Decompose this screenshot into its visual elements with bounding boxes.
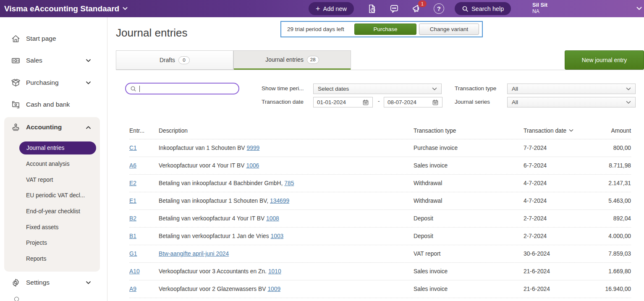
sidebar-item-end-of-year-checklist[interactable]: End-of-year checklist — [26, 207, 80, 216]
row-description: Verkoopfactuur voor 3 Accountants en Zn.… — [159, 268, 414, 275]
sidebar-item-cash-and-bank[interactable]: Cash and bank — [0, 99, 107, 110]
search-help-button[interactable]: Search help — [455, 2, 511, 15]
plus-icon: + — [316, 5, 320, 13]
search-input-wrapper — [125, 83, 239, 94]
add-new-button[interactable]: + Add new — [309, 2, 354, 15]
user-name: Sil Sit — [532, 2, 547, 8]
time-period-select[interactable]: Select dates — [313, 84, 442, 94]
description-link[interactable]: 134699 — [270, 198, 289, 204]
transaction-date-cell: 4-7-2024 — [524, 198, 591, 204]
transaction-date-cell: 2-7-2024 — [524, 233, 591, 239]
sidebar-item-settings[interactable]: Settings — [0, 277, 107, 288]
table-row[interactable]: E1 Betaling van inkoopfactuur 1 Schouten… — [129, 192, 631, 210]
transaction-date-cell: 7-7-2024 — [524, 145, 591, 151]
transaction-date-cell: 30-6-2024 — [524, 251, 591, 257]
chat-icon[interactable] — [389, 3, 400, 14]
entry-id-link[interactable]: C1 — [129, 145, 137, 151]
sidebar-item-fixed-assets[interactable]: Fixed assets — [26, 222, 58, 232]
row-description: Betaling van inkoopfactuur 4 Bachbinder … — [159, 180, 414, 186]
search-help-label: Search help — [471, 5, 504, 12]
transaction-type-select[interactable]: All — [507, 84, 636, 94]
transaction-type-cell: Deposit — [414, 233, 524, 239]
chevron-down-icon — [626, 87, 631, 91]
sidebar-item-start-page[interactable]: Start page — [0, 33, 107, 44]
amount-cell: 16.940,00 — [591, 286, 631, 292]
description-link[interactable]: 1006 — [246, 162, 259, 169]
app-title-menu[interactable]: Visma eAccounting Standaard — [4, 0, 128, 17]
transaction-date-cell: 2-7-2024 — [524, 215, 591, 222]
table-row[interactable]: A6 Verkoopfactuur voor 4 Your IT BV1006 … — [129, 157, 631, 175]
amount-cell: 892,04 — [591, 215, 631, 222]
sidebar-item-account-analysis[interactable]: Account analysis — [26, 159, 70, 168]
header-transaction-date[interactable]: Transaction date — [524, 128, 591, 134]
sidebar-item-eu-periodic-vat[interactable]: EU periodic VAT decl... — [26, 191, 85, 200]
new-journal-entry-button[interactable]: New journal entry — [565, 50, 644, 70]
banknote-icon — [11, 56, 21, 65]
transaction-date-cell: 21-6-2024 — [524, 286, 591, 292]
entry-id-link[interactable]: B2 — [129, 215, 136, 222]
table-row[interactable]: E2 Betaling van inkoopfactuur 4 Bachbind… — [129, 175, 631, 192]
description-link[interactable]: Btw-aangifte april-juni 2024 — [159, 251, 229, 257]
entry-id-link[interactable]: E2 — [129, 180, 136, 186]
search-icon — [130, 86, 136, 92]
sidebar-item-purchasing[interactable]: Purchasing — [0, 77, 107, 88]
sidebar-item-journal-entries[interactable]: Journal entries — [19, 141, 96, 154]
trial-banner: 29 trial period days left Purchase Chang… — [280, 21, 483, 37]
amount-cell: 2.147,31 — [591, 180, 631, 186]
tab-journal-entries[interactable]: Journal entries 28 — [233, 50, 351, 70]
text-cursor — [139, 86, 140, 92]
help-icon[interactable]: ? — [433, 3, 445, 14]
description-link[interactable]: 785 — [284, 180, 294, 186]
description-link[interactable]: 1010 — [268, 268, 281, 275]
entry-id-link[interactable]: B1 — [129, 233, 136, 239]
table-row[interactable]: G1 Btw-aangifte april-juni 2024 VAT repo… — [129, 245, 631, 263]
header-transaction-type: Transaction type — [414, 128, 524, 134]
transaction-type-cell: Deposit — [414, 215, 524, 222]
table-row[interactable]: C1 Inkoopfactuur van 1 Schouten BV9999 P… — [129, 139, 631, 157]
calendar-icon[interactable] — [432, 99, 439, 106]
sidebar-item-vat-report[interactable]: VAT report — [26, 175, 53, 184]
description-link[interactable]: 1003 — [271, 233, 284, 239]
entry-id-link[interactable]: E1 — [129, 198, 136, 204]
stamp-icon — [11, 123, 21, 132]
table-row[interactable]: B1 Betaling van verkoopfactuur 1 Jan de … — [129, 228, 631, 245]
transaction-date-cell: 6-7-2024 — [524, 162, 591, 169]
header-actions: + Add new 1 ? Search help — [309, 0, 511, 17]
date-from-input[interactable]: 01-01-2024 — [313, 97, 373, 107]
user-chevron-down-icon[interactable] — [636, 6, 642, 10]
tab-drafts[interactable]: Drafts 0 — [116, 50, 233, 70]
user-menu[interactable]: Sil Sit NA — [532, 2, 547, 15]
calendar-icon[interactable] — [362, 99, 369, 106]
purchase-button[interactable]: Purchase — [354, 24, 416, 35]
amount-cell: 5.463,00 — [591, 198, 631, 204]
sidebar-item-accounting[interactable]: Accounting — [0, 122, 107, 133]
transaction-date-cell: 21-6-2024 — [524, 268, 591, 275]
journal-series-select[interactable]: All — [507, 97, 636, 107]
description-link[interactable]: 1009 — [267, 286, 280, 292]
add-new-label: Add new — [323, 5, 347, 12]
row-description: Betaling van verkoopfactuur 4 Your IT BV… — [159, 215, 414, 222]
entry-id-link[interactable]: G1 — [129, 251, 137, 257]
transaction-type-label: Transaction type — [455, 84, 496, 93]
date-to-input[interactable]: 08-07-2024 — [384, 97, 442, 107]
transaction-type-cell: Sales invoice — [414, 268, 524, 275]
description-link[interactable]: 1008 — [266, 215, 279, 222]
entry-id-link[interactable]: A10 — [129, 268, 140, 275]
row-description: Betaling van verkoopfactuur 1 Jan de Vri… — [159, 233, 414, 239]
search-input[interactable] — [143, 84, 238, 93]
sidebar-item-reports[interactable]: Reports — [26, 254, 46, 263]
date-range-separator: - — [378, 98, 380, 104]
gear-icon — [11, 278, 21, 288]
entry-id-link[interactable]: A6 — [129, 162, 136, 169]
app-title: Visma eAccounting Standaard — [4, 4, 119, 13]
table-row[interactable]: A9 Verkoopfactuur voor 2 Glazenwassers B… — [129, 280, 631, 298]
notifications-icon[interactable]: 1 — [411, 3, 422, 14]
table-row[interactable]: A10 Verkoopfactuur voor 3 Accountants en… — [129, 263, 631, 280]
table-row[interactable]: B2 Betaling van verkoopfactuur 4 Your IT… — [129, 210, 631, 228]
reports-icon[interactable] — [367, 3, 378, 14]
description-link[interactable]: 9999 — [247, 145, 260, 151]
change-variant-button[interactable]: Change variant — [419, 24, 479, 35]
sidebar-item-projects[interactable]: Projects — [26, 238, 47, 247]
entry-id-link[interactable]: A9 — [129, 286, 136, 292]
sidebar-item-sales[interactable]: Sales — [0, 55, 107, 66]
